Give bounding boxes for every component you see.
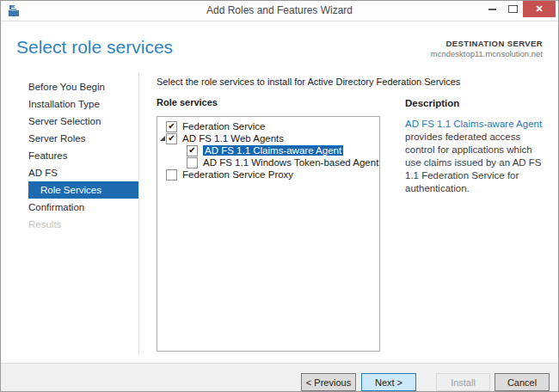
sidebar-item-role-services[interactable]: Role Services (28, 181, 138, 199)
title-bar: Add Roles and Features Wizard ✕ (1, 1, 558, 21)
tree-expander-spacer (180, 147, 187, 154)
close-button[interactable]: ✕ (523, 1, 556, 17)
destination-server-value: mcndesktop11.mcnsolution.net (431, 49, 543, 58)
tree-item-label[interactable]: AD FS 1.1 Web Agents (182, 133, 284, 144)
description-body: provides federated access control for ap… (405, 132, 542, 193)
sidebar-divider (138, 73, 139, 355)
sidebar-item-server-selection[interactable]: Server Selection (28, 113, 138, 130)
minimize-icon (488, 9, 496, 10)
maximize-icon (508, 5, 518, 13)
tree-item-label[interactable]: AD FS 1.1 Windows Token-based Agent (203, 157, 378, 168)
sidebar-item-before-you-begin[interactable]: Before You Begin (28, 78, 138, 95)
sidebar-item-installation-type[interactable]: Installation Type (28, 95, 138, 113)
description-link[interactable]: AD FS 1.1 Claims-aware Agent (405, 119, 542, 129)
sidebar-item-confirmation[interactable]: Confirmation (28, 199, 138, 216)
previous-button[interactable]: < Previous (301, 373, 356, 391)
checkbox-checked[interactable]: ✔ (166, 121, 177, 132)
description-heading: Description (405, 98, 459, 108)
page-title: Select role services (16, 37, 173, 58)
sidebar-item-ad-fs[interactable]: AD FS (28, 164, 138, 181)
checkbox-checked[interactable]: ✔ (187, 145, 198, 156)
tree-row[interactable]: AD FS 1.1 Windows Token-based Agent (157, 156, 379, 168)
tree-expander-spacer (159, 123, 166, 130)
role-services-label: Role services (157, 97, 218, 107)
tree-row[interactable]: ✔AD FS 1.1 Claims-aware Agent (157, 144, 379, 156)
destination-server-label: DESTINATION SERVER (446, 39, 543, 48)
tree-item-label[interactable]: AD FS 1.1 Claims-aware Agent (203, 145, 343, 156)
checkbox-unchecked[interactable] (166, 169, 177, 181)
minimize-button[interactable] (482, 1, 501, 17)
cancel-button[interactable]: Cancel (494, 373, 550, 391)
tree-expander-spacer (159, 171, 166, 178)
window-title: Add Roles and Features Wizard (1, 4, 558, 16)
tree-row[interactable]: ✔Federation Service (157, 120, 379, 132)
maximize-button[interactable] (503, 1, 522, 17)
next-button[interactable]: Next > (361, 373, 416, 391)
install-button: Install (436, 373, 490, 391)
description-text: AD FS 1.1 Claims-aware Agent provides fe… (405, 118, 545, 195)
role-services-tree: ✔Federation Service✔AD FS 1.1 Web Agents… (157, 116, 380, 352)
tree-item-label[interactable]: Federation Service Proxy (182, 169, 293, 180)
tree-expander-spacer (180, 159, 187, 166)
checkbox-unchecked[interactable] (187, 157, 198, 168)
sidebar-item-server-roles[interactable]: Server Roles (28, 130, 138, 147)
tree-item-label[interactable]: Federation Service (182, 121, 266, 132)
tree-expander-icon[interactable] (159, 135, 166, 142)
sidebar-item-results: Results (28, 216, 138, 233)
tree-row[interactable]: Federation Service Proxy (157, 168, 379, 181)
instruction-text: Select the role services to install for … (157, 77, 460, 87)
tree-row[interactable]: ✔AD FS 1.1 Web Agents (157, 132, 379, 144)
wizard-window: Add Roles and Features Wizard ✕ Select r… (0, 0, 559, 392)
close-icon: ✕ (535, 3, 543, 15)
checkbox-checked[interactable]: ✔ (166, 133, 177, 144)
sidebar-item-features[interactable]: Features (28, 147, 138, 164)
